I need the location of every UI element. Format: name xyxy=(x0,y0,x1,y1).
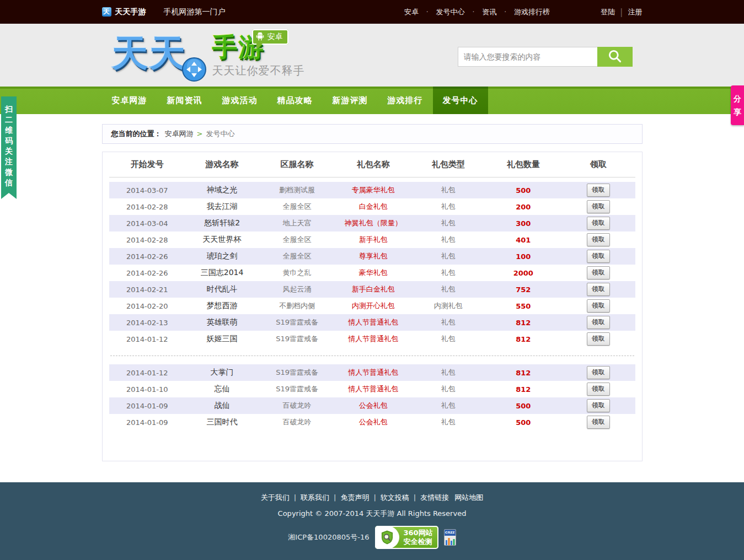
claim-button[interactable]: 领取 xyxy=(587,416,610,429)
claim-button[interactable]: 领取 xyxy=(587,266,610,279)
cell-pack-type: 礼包 xyxy=(411,417,485,427)
cell-server-name: S19雷霆戒备 xyxy=(259,334,335,344)
cell-claim: 领取 xyxy=(561,316,635,329)
pack-link[interactable]: 专属豪华礼包 xyxy=(352,186,395,194)
claim-button[interactable]: 领取 xyxy=(587,283,610,296)
pack-link[interactable]: 内测开心礼包 xyxy=(352,301,395,310)
footer-link[interactable]: 软文投稿 xyxy=(381,493,409,502)
cell-game-name: 怒斩轩辕2 xyxy=(185,218,259,228)
cell-claim: 领取 xyxy=(561,184,635,197)
pack-link[interactable]: 情人节普通礼包 xyxy=(348,385,398,393)
cell-pack-quantity: 550 xyxy=(485,302,561,310)
topbar-link[interactable]: 游戏排行榜 xyxy=(514,7,550,17)
claim-button[interactable]: 领取 xyxy=(587,332,610,346)
nav-item-新闻资讯[interactable]: 新闻资讯 xyxy=(157,87,212,114)
table-row: 2014-01-10忘仙S19雷霆戒备情人节普通礼包礼包812领取 xyxy=(109,381,635,397)
footer: 关于我们|联系我们|免责声明|软文投稿|友情链接 网站地图 Copyright … xyxy=(0,482,744,560)
topbar-link[interactable]: 发号中心 xyxy=(436,7,464,17)
topbar-link[interactable]: 安卓 xyxy=(404,7,419,17)
shield-icon xyxy=(375,526,399,549)
table-header-row: 开始发号游戏名称区服名称礼包名称礼包类型礼包数量领取 xyxy=(109,152,635,177)
cell-server-name: 不删档内侧 xyxy=(259,301,335,311)
cell-game-name: 梦想西游 xyxy=(185,301,259,311)
pack-link[interactable]: 神翼礼包（限量） xyxy=(345,219,402,227)
footer-link[interactable]: 网站地图 xyxy=(454,493,483,502)
share-tab[interactable]: 分享 xyxy=(731,85,744,125)
cell-start-date: 2014-03-07 xyxy=(109,186,185,195)
cell-server-name: 地上天宫 xyxy=(259,218,335,228)
pack-link[interactable]: 公会礼包 xyxy=(359,401,388,410)
cell-server-name: 全服全区 xyxy=(259,235,335,245)
claim-button[interactable]: 领取 xyxy=(587,233,610,246)
table-row: 2014-02-13英雄联萌S19雷霆戒备情人节普通礼包礼包812领取 xyxy=(109,314,635,331)
search-button[interactable] xyxy=(597,47,633,67)
claim-button[interactable]: 领取 xyxy=(587,200,610,213)
cell-pack-type: 礼包 xyxy=(411,284,485,294)
search-input[interactable] xyxy=(458,47,597,67)
pack-link[interactable]: 情人节普通礼包 xyxy=(348,368,398,376)
nav-item-新游评测[interactable]: 新游评测 xyxy=(323,87,378,114)
wechat-qr-ribbon[interactable]: 扫二维码关注微信 xyxy=(1,96,17,199)
footer-link[interactable]: 关于我们 xyxy=(261,493,290,502)
topbar-link[interactable]: 资讯 xyxy=(482,7,496,17)
cell-pack-name: 情人节普通礼包 xyxy=(335,384,411,394)
cell-pack-quantity: 500 xyxy=(485,402,561,410)
cell-pack-type: 礼包 xyxy=(411,251,485,261)
cell-start-date: 2014-01-09 xyxy=(109,402,185,410)
nav-item-游戏排行[interactable]: 游戏排行 xyxy=(378,87,433,114)
pack-link[interactable]: 公会礼包 xyxy=(359,418,388,426)
claim-button[interactable]: 领取 xyxy=(587,184,610,197)
cell-start-date: 2014-02-28 xyxy=(109,236,185,244)
nav-item-发号中心[interactable]: 发号中心 xyxy=(433,87,488,114)
nav-item-安卓网游[interactable]: 安卓网游 xyxy=(102,87,157,114)
logo-circle-icon xyxy=(181,57,207,84)
claim-button[interactable]: 领取 xyxy=(587,250,610,263)
pack-link[interactable]: 情人节普通礼包 xyxy=(348,335,398,343)
topbar-brand-link[interactable]: 天天手游 xyxy=(115,7,146,17)
claim-button[interactable]: 领取 xyxy=(587,366,610,379)
pack-link[interactable]: 新手白金礼包 xyxy=(352,285,395,293)
security-badge-360[interactable]: 360网站 安全检测 xyxy=(375,526,438,549)
register-link[interactable]: 注册 xyxy=(628,7,643,17)
cell-pack-type: 礼包 xyxy=(411,268,485,278)
footer-link[interactable]: 免责声明 xyxy=(340,493,369,502)
ribbon-char: 维 xyxy=(1,125,17,136)
pack-link[interactable]: 尊享礼包 xyxy=(359,252,388,260)
breadcrumb-home-link[interactable]: 安卓网游 xyxy=(165,130,194,138)
table-row: 2014-01-12妖姬三国S19雷霆戒备情人节普通礼包礼包812领取 xyxy=(109,331,635,347)
cell-server-name: S19雷霆戒备 xyxy=(259,384,335,394)
column-header: 开始发号 xyxy=(109,159,185,170)
cell-pack-name: 情人节普通礼包 xyxy=(335,334,411,344)
cell-claim: 领取 xyxy=(561,283,635,296)
pack-link[interactable]: 白金礼包 xyxy=(359,202,388,211)
pack-link[interactable]: 豪华礼包 xyxy=(359,268,388,277)
table-row: 2014-01-09三国时代百破龙吟公会礼包礼包500领取 xyxy=(109,414,635,430)
nav-item-精品攻略[interactable]: 精品攻略 xyxy=(267,87,323,114)
topbar-links: 安卓·发号中心·资讯·游戏排行榜 xyxy=(404,7,550,17)
claim-button[interactable]: 领取 xyxy=(587,299,610,313)
footer-link-divider: | xyxy=(294,493,296,502)
claim-button[interactable]: 领取 xyxy=(587,383,610,396)
column-header: 礼包数量 xyxy=(485,159,561,170)
claim-button[interactable]: 领取 xyxy=(587,316,610,329)
cell-pack-type: 礼包 xyxy=(411,384,485,394)
cell-pack-quantity: 812 xyxy=(485,335,561,343)
claim-button[interactable]: 领取 xyxy=(587,399,610,412)
cell-start-date: 2014-01-12 xyxy=(109,335,185,343)
cell-pack-quantity: 401 xyxy=(485,236,561,244)
android-badge[interactable]: 安卓 xyxy=(252,29,288,45)
pack-link[interactable]: 情人节普通礼包 xyxy=(348,318,398,326)
cell-claim: 领取 xyxy=(561,383,635,396)
footer-link[interactable]: 联系我们 xyxy=(301,493,329,502)
nav-item-游戏活动[interactable]: 游戏活动 xyxy=(212,87,267,114)
pack-link[interactable]: 新手礼包 xyxy=(359,235,388,244)
login-link[interactable]: 登陆 xyxy=(601,7,615,17)
claim-button[interactable]: 领取 xyxy=(587,217,610,230)
cell-claim: 领取 xyxy=(561,233,635,246)
footer-link-divider: | xyxy=(334,493,336,502)
ribbon-char: 二 xyxy=(1,115,17,125)
cnzz-stats-badge[interactable]: cnzz xyxy=(444,529,456,546)
cell-claim: 领取 xyxy=(561,217,635,230)
cell-server-name: 黄巾之乱 xyxy=(259,268,335,278)
footer-link[interactable]: 友情链接 xyxy=(420,493,449,502)
